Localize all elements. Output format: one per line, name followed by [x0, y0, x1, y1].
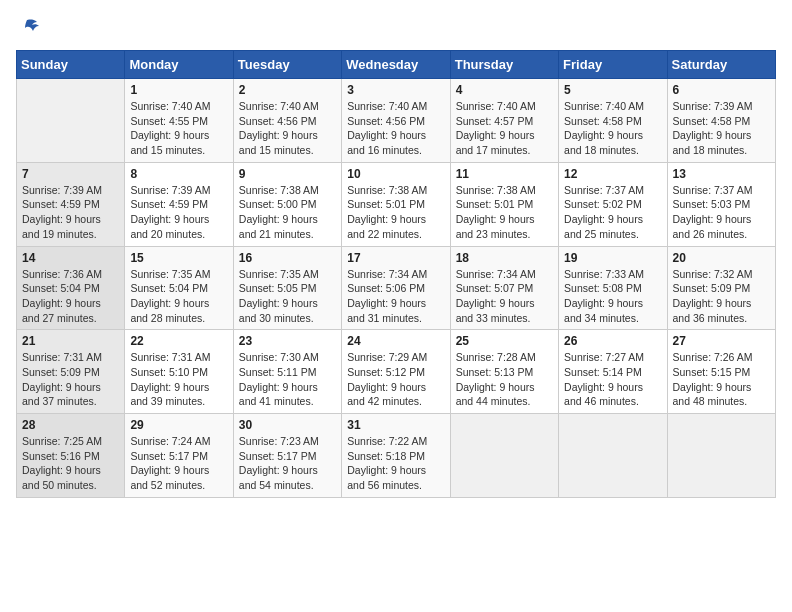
day-info: Sunrise: 7:35 AMSunset: 5:05 PMDaylight:…	[239, 267, 336, 326]
header	[16, 16, 776, 42]
day-info: Sunrise: 7:38 AMSunset: 5:01 PMDaylight:…	[456, 183, 553, 242]
calendar-week-row: 21Sunrise: 7:31 AMSunset: 5:09 PMDayligh…	[17, 330, 776, 414]
calendar-cell: 31Sunrise: 7:22 AMSunset: 5:18 PMDayligh…	[342, 414, 450, 498]
day-number: 25	[456, 334, 553, 348]
day-number: 11	[456, 167, 553, 181]
calendar-cell: 9Sunrise: 7:38 AMSunset: 5:00 PMDaylight…	[233, 162, 341, 246]
day-info: Sunrise: 7:28 AMSunset: 5:13 PMDaylight:…	[456, 350, 553, 409]
day-info: Sunrise: 7:40 AMSunset: 4:56 PMDaylight:…	[239, 99, 336, 158]
calendar-week-row: 7Sunrise: 7:39 AMSunset: 4:59 PMDaylight…	[17, 162, 776, 246]
day-info: Sunrise: 7:33 AMSunset: 5:08 PMDaylight:…	[564, 267, 661, 326]
day-info: Sunrise: 7:35 AMSunset: 5:04 PMDaylight:…	[130, 267, 227, 326]
day-number: 17	[347, 251, 444, 265]
day-info: Sunrise: 7:40 AMSunset: 4:58 PMDaylight:…	[564, 99, 661, 158]
day-info: Sunrise: 7:39 AMSunset: 4:59 PMDaylight:…	[22, 183, 119, 242]
day-info: Sunrise: 7:24 AMSunset: 5:17 PMDaylight:…	[130, 434, 227, 493]
day-number: 9	[239, 167, 336, 181]
calendar-cell	[559, 414, 667, 498]
calendar-cell: 11Sunrise: 7:38 AMSunset: 5:01 PMDayligh…	[450, 162, 558, 246]
day-number: 15	[130, 251, 227, 265]
day-number: 28	[22, 418, 119, 432]
calendar-cell	[667, 414, 775, 498]
calendar-header-day: Tuesday	[233, 51, 341, 79]
calendar-cell: 13Sunrise: 7:37 AMSunset: 5:03 PMDayligh…	[667, 162, 775, 246]
day-number: 21	[22, 334, 119, 348]
day-number: 23	[239, 334, 336, 348]
calendar-cell	[450, 414, 558, 498]
calendar-cell: 10Sunrise: 7:38 AMSunset: 5:01 PMDayligh…	[342, 162, 450, 246]
calendar-week-row: 14Sunrise: 7:36 AMSunset: 5:04 PMDayligh…	[17, 246, 776, 330]
calendar-cell: 4Sunrise: 7:40 AMSunset: 4:57 PMDaylight…	[450, 79, 558, 163]
day-info: Sunrise: 7:31 AMSunset: 5:10 PMDaylight:…	[130, 350, 227, 409]
calendar-header-day: Monday	[125, 51, 233, 79]
calendar-cell: 5Sunrise: 7:40 AMSunset: 4:58 PMDaylight…	[559, 79, 667, 163]
day-number: 16	[239, 251, 336, 265]
day-info: Sunrise: 7:36 AMSunset: 5:04 PMDaylight:…	[22, 267, 119, 326]
day-number: 10	[347, 167, 444, 181]
day-number: 30	[239, 418, 336, 432]
day-info: Sunrise: 7:27 AMSunset: 5:14 PMDaylight:…	[564, 350, 661, 409]
calendar-cell: 14Sunrise: 7:36 AMSunset: 5:04 PMDayligh…	[17, 246, 125, 330]
day-number: 3	[347, 83, 444, 97]
calendar-cell: 17Sunrise: 7:34 AMSunset: 5:06 PMDayligh…	[342, 246, 450, 330]
day-info: Sunrise: 7:38 AMSunset: 5:01 PMDaylight:…	[347, 183, 444, 242]
day-number: 26	[564, 334, 661, 348]
calendar-cell: 29Sunrise: 7:24 AMSunset: 5:17 PMDayligh…	[125, 414, 233, 498]
day-info: Sunrise: 7:37 AMSunset: 5:03 PMDaylight:…	[673, 183, 770, 242]
calendar-cell: 27Sunrise: 7:26 AMSunset: 5:15 PMDayligh…	[667, 330, 775, 414]
day-info: Sunrise: 7:40 AMSunset: 4:57 PMDaylight:…	[456, 99, 553, 158]
day-number: 27	[673, 334, 770, 348]
day-info: Sunrise: 7:31 AMSunset: 5:09 PMDaylight:…	[22, 350, 119, 409]
day-info: Sunrise: 7:39 AMSunset: 4:58 PMDaylight:…	[673, 99, 770, 158]
calendar-cell: 3Sunrise: 7:40 AMSunset: 4:56 PMDaylight…	[342, 79, 450, 163]
calendar-cell: 30Sunrise: 7:23 AMSunset: 5:17 PMDayligh…	[233, 414, 341, 498]
calendar-cell: 19Sunrise: 7:33 AMSunset: 5:08 PMDayligh…	[559, 246, 667, 330]
calendar-header-day: Thursday	[450, 51, 558, 79]
day-info: Sunrise: 7:40 AMSunset: 4:56 PMDaylight:…	[347, 99, 444, 158]
calendar-cell: 21Sunrise: 7:31 AMSunset: 5:09 PMDayligh…	[17, 330, 125, 414]
calendar-cell: 28Sunrise: 7:25 AMSunset: 5:16 PMDayligh…	[17, 414, 125, 498]
day-info: Sunrise: 7:26 AMSunset: 5:15 PMDaylight:…	[673, 350, 770, 409]
calendar-header-day: Sunday	[17, 51, 125, 79]
day-number: 18	[456, 251, 553, 265]
calendar-header-day: Wednesday	[342, 51, 450, 79]
day-number: 13	[673, 167, 770, 181]
calendar-cell: 12Sunrise: 7:37 AMSunset: 5:02 PMDayligh…	[559, 162, 667, 246]
calendar-cell: 2Sunrise: 7:40 AMSunset: 4:56 PMDaylight…	[233, 79, 341, 163]
day-number: 1	[130, 83, 227, 97]
logo	[16, 16, 41, 42]
day-info: Sunrise: 7:39 AMSunset: 4:59 PMDaylight:…	[130, 183, 227, 242]
day-info: Sunrise: 7:34 AMSunset: 5:07 PMDaylight:…	[456, 267, 553, 326]
day-number: 22	[130, 334, 227, 348]
day-number: 6	[673, 83, 770, 97]
calendar-cell: 24Sunrise: 7:29 AMSunset: 5:12 PMDayligh…	[342, 330, 450, 414]
calendar-cell: 6Sunrise: 7:39 AMSunset: 4:58 PMDaylight…	[667, 79, 775, 163]
day-info: Sunrise: 7:37 AMSunset: 5:02 PMDaylight:…	[564, 183, 661, 242]
calendar-cell: 25Sunrise: 7:28 AMSunset: 5:13 PMDayligh…	[450, 330, 558, 414]
day-number: 2	[239, 83, 336, 97]
calendar-cell: 16Sunrise: 7:35 AMSunset: 5:05 PMDayligh…	[233, 246, 341, 330]
calendar-cell: 1Sunrise: 7:40 AMSunset: 4:55 PMDaylight…	[125, 79, 233, 163]
day-info: Sunrise: 7:38 AMSunset: 5:00 PMDaylight:…	[239, 183, 336, 242]
day-info: Sunrise: 7:32 AMSunset: 5:09 PMDaylight:…	[673, 267, 770, 326]
calendar-header-row: SundayMondayTuesdayWednesdayThursdayFrid…	[17, 51, 776, 79]
day-number: 4	[456, 83, 553, 97]
calendar-cell: 18Sunrise: 7:34 AMSunset: 5:07 PMDayligh…	[450, 246, 558, 330]
day-number: 31	[347, 418, 444, 432]
day-info: Sunrise: 7:23 AMSunset: 5:17 PMDaylight:…	[239, 434, 336, 493]
calendar-cell: 8Sunrise: 7:39 AMSunset: 4:59 PMDaylight…	[125, 162, 233, 246]
day-info: Sunrise: 7:29 AMSunset: 5:12 PMDaylight:…	[347, 350, 444, 409]
day-info: Sunrise: 7:34 AMSunset: 5:06 PMDaylight:…	[347, 267, 444, 326]
calendar-cell	[17, 79, 125, 163]
day-number: 7	[22, 167, 119, 181]
day-info: Sunrise: 7:40 AMSunset: 4:55 PMDaylight:…	[130, 99, 227, 158]
day-number: 24	[347, 334, 444, 348]
calendar-week-row: 1Sunrise: 7:40 AMSunset: 4:55 PMDaylight…	[17, 79, 776, 163]
calendar-cell: 20Sunrise: 7:32 AMSunset: 5:09 PMDayligh…	[667, 246, 775, 330]
logo-bird-icon	[19, 16, 41, 42]
day-number: 14	[22, 251, 119, 265]
calendar-header-day: Saturday	[667, 51, 775, 79]
calendar-cell: 23Sunrise: 7:30 AMSunset: 5:11 PMDayligh…	[233, 330, 341, 414]
day-info: Sunrise: 7:30 AMSunset: 5:11 PMDaylight:…	[239, 350, 336, 409]
day-number: 29	[130, 418, 227, 432]
